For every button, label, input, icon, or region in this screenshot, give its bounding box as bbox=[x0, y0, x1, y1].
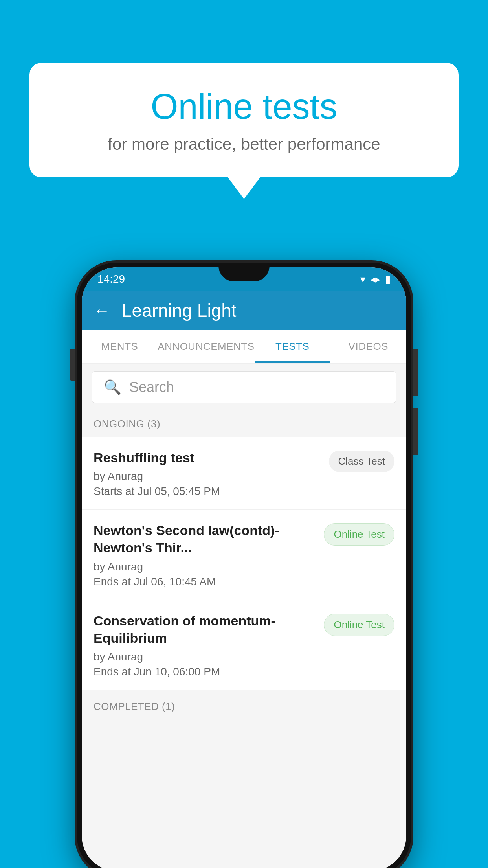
test-author-2: by Anurag bbox=[94, 561, 316, 573]
test-info-1: Reshuffling test by Anurag Starts at Jul… bbox=[94, 449, 329, 498]
test-author-3: by Anurag bbox=[94, 651, 316, 663]
list-item[interactable]: Conservation of momentum-Equilibrium by … bbox=[82, 600, 406, 690]
tab-videos[interactable]: VIDEOS bbox=[330, 330, 406, 363]
search-icon: 🔍 bbox=[104, 379, 121, 395]
test-time-3: Ends at Jun 10, 06:00 PM bbox=[94, 666, 316, 678]
list-item[interactable]: Newton's Second law(contd)-Newton's Thir… bbox=[82, 510, 406, 600]
app-header: ← Learning Light bbox=[82, 291, 406, 330]
bubble-subtitle: for more practice, better performance bbox=[61, 135, 427, 154]
test-time-2: Ends at Jul 06, 10:45 AM bbox=[94, 576, 316, 588]
test-author-1: by Anurag bbox=[94, 470, 321, 483]
test-name-1: Reshuffling test bbox=[94, 449, 321, 466]
battery-icon: ▮ bbox=[385, 273, 391, 285]
list-item[interactable]: Reshuffling test by Anurag Starts at Jul… bbox=[82, 437, 406, 510]
test-list: Reshuffling test by Anurag Starts at Jul… bbox=[82, 437, 406, 690]
phone-frame: 14:29 ▾ ◂▸ ▮ ← Learning Light MENTS ANNO… bbox=[77, 263, 411, 868]
completed-section-header: COMPLETED (1) bbox=[82, 693, 406, 720]
test-name-3: Conservation of momentum-Equilibrium bbox=[94, 612, 316, 647]
tab-tests[interactable]: TESTS bbox=[255, 330, 330, 363]
speech-bubble: Online tests for more practice, better p… bbox=[29, 63, 459, 177]
speech-bubble-container: Online tests for more practice, better p… bbox=[29, 63, 459, 177]
tab-announcements[interactable]: ANNOUNCEMENTS bbox=[158, 330, 254, 363]
test-info-2: Newton's Second law(contd)-Newton's Thir… bbox=[94, 522, 324, 588]
test-info-3: Conservation of momentum-Equilibrium by … bbox=[94, 612, 324, 678]
test-name-2: Newton's Second law(contd)-Newton's Thir… bbox=[94, 522, 316, 556]
tab-ments[interactable]: MENTS bbox=[82, 330, 158, 363]
side-button-right-2 bbox=[413, 408, 418, 455]
wifi-icon: ▾ bbox=[360, 273, 365, 285]
search-bar[interactable]: 🔍 Search bbox=[92, 371, 396, 403]
ongoing-label: ONGOING (3) bbox=[94, 418, 160, 430]
search-container: 🔍 Search bbox=[82, 364, 406, 411]
signal-icon: ◂▸ bbox=[370, 273, 380, 285]
back-button[interactable]: ← bbox=[94, 301, 110, 320]
completed-label: COMPLETED (1) bbox=[94, 701, 175, 712]
tabs-bar: MENTS ANNOUNCEMENTS TESTS VIDEOS bbox=[82, 330, 406, 364]
test-time-1: Starts at Jul 05, 05:45 PM bbox=[94, 485, 321, 498]
ongoing-section-header: ONGOING (3) bbox=[82, 411, 406, 437]
side-button-left bbox=[70, 349, 75, 381]
test-badge-2: Online Test bbox=[324, 523, 394, 546]
app-title: Learning Light bbox=[122, 300, 237, 321]
status-time: 14:29 bbox=[97, 273, 125, 285]
test-badge-1: Class Test bbox=[329, 451, 394, 472]
phone-notch bbox=[218, 263, 270, 281]
side-button-right-1 bbox=[413, 349, 418, 396]
search-input[interactable]: Search bbox=[129, 379, 174, 395]
bubble-title: Online tests bbox=[61, 86, 427, 127]
test-badge-3: Online Test bbox=[324, 614, 394, 636]
phone-screen: 14:29 ▾ ◂▸ ▮ ← Learning Light MENTS ANNO… bbox=[82, 267, 406, 868]
status-icons: ▾ ◂▸ ▮ bbox=[360, 273, 391, 285]
